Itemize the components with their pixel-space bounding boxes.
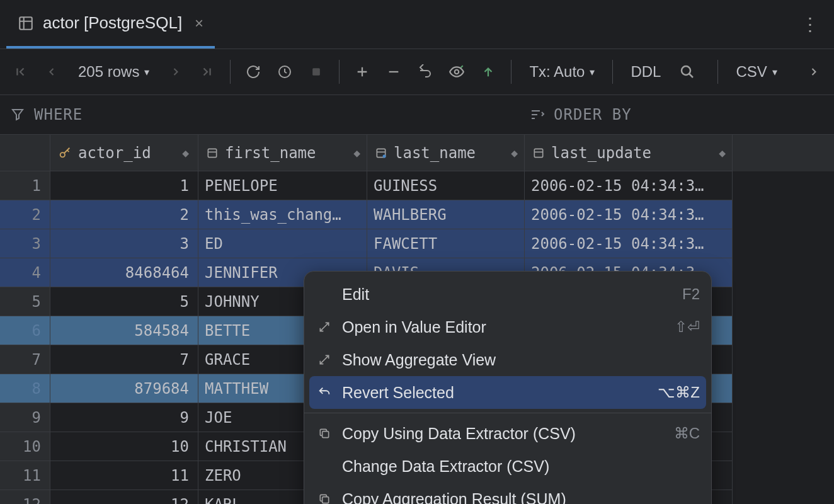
sort-icon — [530, 107, 545, 122]
svg-point-5 — [60, 152, 65, 157]
copy-icon — [316, 493, 333, 504]
ddl-button[interactable]: DDL — [623, 63, 668, 81]
cell[interactable]: 2 — [50, 200, 198, 229]
row-number: 1 — [0, 171, 50, 200]
cell[interactable]: GUINESS — [367, 171, 525, 200]
col-label: last_update — [551, 144, 651, 162]
add-row-button[interactable] — [350, 59, 375, 84]
search-button[interactable] — [675, 59, 700, 84]
tx-mode-dropdown[interactable]: Tx: Auto▾ — [522, 63, 602, 81]
table-row[interactable]: 2 2 this_was_chang… WAHLBERG 2006-02-15 … — [0, 200, 834, 229]
menu-label: Open in Value Editor — [342, 318, 486, 336]
delete-row-button[interactable] — [381, 59, 406, 84]
row-number: 7 — [0, 345, 50, 374]
overflow-menu-icon[interactable]: ⋮ — [792, 14, 828, 35]
next-page-button[interactable] — [163, 59, 188, 84]
filter-icon — [10, 107, 25, 122]
last-page-button[interactable] — [195, 59, 220, 84]
chevron-down-icon: ▾ — [772, 66, 777, 78]
expand-icon — [316, 321, 333, 333]
menu-change-extractor[interactable]: Change Data Extractor (CSV) — [304, 450, 711, 483]
column-header-first-name[interactable]: first_name ◆ — [198, 135, 367, 171]
expand-icon — [316, 353, 333, 366]
export-dropdown[interactable]: CSV▾ — [728, 63, 784, 81]
stop-button[interactable] — [304, 59, 329, 84]
cell[interactable]: 584584 — [50, 316, 198, 345]
svg-rect-9 — [534, 149, 542, 157]
col-label: actor_id — [78, 144, 151, 162]
cell[interactable]: 2006-02-15 04:34:3… — [525, 171, 733, 200]
revert-button[interactable] — [413, 59, 438, 84]
menu-shortcut: ⌥⌘Z — [658, 384, 700, 401]
svg-rect-10 — [323, 432, 329, 438]
cell[interactable]: 8468464 — [50, 258, 198, 287]
close-icon[interactable]: × — [195, 14, 203, 32]
revert-icon — [316, 386, 333, 399]
svg-point-3 — [455, 70, 459, 74]
svg-rect-2 — [313, 68, 321, 76]
tab-actor[interactable]: actor [PostgreSQL] × — [6, 0, 215, 49]
ddl-label: DDL — [631, 63, 661, 81]
menu-open-value-editor[interactable]: Open in Value Editor ⇧⏎ — [304, 311, 711, 343]
context-menu: Edit F2 Open in Value Editor ⇧⏎ Show Agg… — [304, 271, 712, 504]
prev-page-button[interactable] — [39, 59, 64, 84]
row-number: 12 — [0, 490, 50, 504]
row-number: 4 — [0, 258, 50, 287]
table-row[interactable]: 3 3 ED FAWCETT 2006-02-15 04:34:3… — [0, 229, 834, 258]
sort-icon: ◆ — [719, 146, 726, 159]
row-count-label: 205 rows — [78, 63, 139, 81]
cell[interactable]: PENELOPE — [198, 171, 367, 200]
cell[interactable]: 7 — [50, 345, 198, 374]
cell[interactable]: 2006-02-15 04:34:3… — [525, 200, 733, 229]
cell[interactable]: ED — [198, 229, 367, 258]
cell[interactable]: 5 — [50, 287, 198, 316]
menu-separator — [304, 413, 711, 413]
refresh-button[interactable] — [241, 59, 266, 84]
export-label: CSV — [736, 63, 767, 81]
tx-label: Tx: Auto — [529, 63, 585, 81]
orderby-label: ORDER BY — [554, 106, 632, 123]
submit-button[interactable] — [476, 59, 501, 84]
orderby-filter[interactable]: ORDER BY — [520, 106, 834, 123]
first-page-button[interactable] — [8, 59, 33, 84]
column-icon — [532, 147, 545, 159]
cell[interactable]: 10 — [50, 432, 198, 461]
sort-icon: ◆ — [353, 146, 360, 159]
col-label: first_name — [225, 144, 316, 162]
menu-shortcut: ⇧⏎ — [675, 318, 700, 336]
cell[interactable]: 12 — [50, 490, 198, 504]
chevron-down-icon: ▾ — [144, 66, 149, 78]
more-right-icon[interactable] — [801, 59, 826, 84]
cell[interactable]: 1 — [50, 171, 198, 200]
svg-point-4 — [682, 66, 690, 75]
cell[interactable]: FAWCETT — [367, 229, 525, 258]
svg-rect-11 — [323, 497, 329, 503]
column-header-last-name[interactable]: last_name ◆ — [367, 135, 525, 171]
cell[interactable]: this_was_chang… — [198, 200, 367, 229]
column-header-last-update[interactable]: last_update ◆ — [525, 135, 733, 171]
menu-label: Revert Selected — [342, 384, 454, 402]
menu-copy-aggregation[interactable]: Copy Aggregation Result (SUM) — [304, 483, 711, 504]
menu-revert-selected[interactable]: Revert Selected ⌥⌘Z — [309, 376, 706, 409]
cell[interactable]: 3 — [50, 229, 198, 258]
menu-edit[interactable]: Edit F2 — [304, 278, 711, 311]
table-row[interactable]: 1 1 PENELOPE GUINESS 2006-02-15 04:34:3… — [0, 171, 834, 200]
row-number: 10 — [0, 432, 50, 461]
cell[interactable]: WAHLBERG — [367, 200, 525, 229]
tab-bar: actor [PostgreSQL] × ⋮ — [0, 0, 834, 49]
cell[interactable]: 9 — [50, 403, 198, 432]
menu-copy-extractor[interactable]: Copy Using Data Extractor (CSV) ⌘C — [304, 417, 711, 450]
cell[interactable]: 2006-02-15 04:34:3… — [525, 229, 733, 258]
preview-changes-button[interactable] — [444, 59, 469, 84]
cell[interactable]: 879684 — [50, 374, 198, 403]
where-filter[interactable]: WHERE — [0, 106, 520, 123]
svg-point-8 — [383, 154, 386, 158]
row-number: 11 — [0, 461, 50, 490]
menu-shortcut: F2 — [682, 285, 700, 303]
cell[interactable]: 11 — [50, 461, 198, 490]
column-header-actor-id[interactable]: actor_id ◆ — [50, 135, 198, 171]
row-count-dropdown[interactable]: 205 rows▾ — [71, 63, 157, 81]
auto-refresh-button[interactable] — [272, 59, 297, 84]
menu-aggregate-view[interactable]: Show Aggregate View — [304, 343, 711, 376]
row-number: 8 — [0, 374, 50, 403]
